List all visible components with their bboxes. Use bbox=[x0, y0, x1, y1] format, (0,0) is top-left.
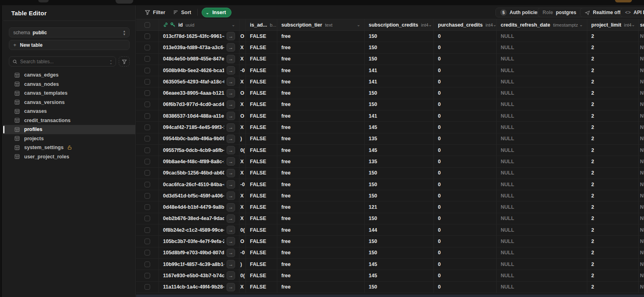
sidebar-table-item[interactable]: canvas_nodes bbox=[3, 80, 135, 89]
sidebar-table-item[interactable]: canvas_versions bbox=[3, 98, 135, 107]
row-checkbox[interactable] bbox=[144, 262, 150, 267]
purchased-credits-cell[interactable]: 0 bbox=[434, 190, 497, 201]
horizontal-scrollbar[interactable] bbox=[136, 295, 644, 297]
purchased-credits-cell[interactable]: 0 bbox=[434, 122, 497, 133]
id-cell[interactable]: 0d3d541d-bf5c-459f-a406-16b93... → bbox=[159, 190, 239, 201]
credits-refresh-date-cell[interactable]: NULL bbox=[497, 87, 587, 98]
credits-refresh-date-cell[interactable]: NULL bbox=[497, 201, 587, 212]
clipped-su-cell[interactable]: NU bbox=[639, 190, 644, 201]
project-limit-cell[interactable]: 2 bbox=[587, 179, 639, 190]
project-limit-cell[interactable]: 2 bbox=[587, 213, 639, 224]
row-checkbox[interactable] bbox=[144, 79, 150, 85]
clipped-su-cell[interactable]: NU bbox=[639, 65, 644, 76]
purchased-credits-cell[interactable]: 0 bbox=[434, 247, 497, 258]
subscription-credits-cell[interactable]: 135 bbox=[365, 133, 434, 144]
table-row[interactable]: 09544b0c-ba9b-496a-9b09-244... → ) FALSE… bbox=[136, 133, 644, 145]
filter-button[interactable]: Filter bbox=[145, 8, 165, 17]
table-row[interactable]: 0cac6fca-26cf-4510-84ba-c4580... → -0 FA… bbox=[136, 179, 644, 190]
credits-refresh-date-cell[interactable]: NULL bbox=[497, 65, 587, 76]
id-cell[interactable]: 11a114cb-1a4c-49f4-9b28-52219ec... → bbox=[159, 282, 239, 293]
column-header-credits-refresh-date[interactable]: credits_refresh_date timestamptz ⌄ bbox=[497, 19, 587, 30]
project-limit-cell[interactable]: 2 bbox=[587, 133, 639, 144]
purchased-credits-cell[interactable]: 0 bbox=[434, 213, 497, 224]
subscription-credits-cell[interactable]: 141 bbox=[365, 65, 434, 76]
purchased-credits-cell[interactable]: 0 bbox=[434, 224, 497, 235]
clipped-cell[interactable]: O bbox=[239, 87, 246, 98]
is-admin-cell[interactable]: FALSE bbox=[246, 259, 277, 270]
sidebar-table-item[interactable]: canvas_edges bbox=[3, 71, 135, 80]
clipped-cell[interactable]: X bbox=[239, 282, 246, 293]
table-row[interactable]: 1167e930-e5b0-43b7-b74c-788c9... → 0( FA… bbox=[136, 270, 644, 281]
row-checkbox[interactable] bbox=[144, 227, 150, 233]
subscription-credits-cell[interactable]: 150 bbox=[365, 87, 434, 98]
column-header-clipped-su[interactable]: su bbox=[639, 19, 644, 30]
subscription-tier-cell[interactable]: free bbox=[277, 224, 365, 235]
credits-refresh-date-cell[interactable]: NULL bbox=[497, 190, 587, 201]
table-row[interactable]: 105d8bf9-e703-49bd-807d-645e... → -0 FAL… bbox=[136, 247, 644, 259]
purchased-credits-cell[interactable]: 0 bbox=[434, 110, 497, 121]
is-admin-cell[interactable]: FALSE bbox=[246, 201, 277, 212]
table-row[interactable]: 105bc3b7-03fe-4e7f-9efa-21bb40... → O FA… bbox=[136, 236, 644, 247]
expand-row-button[interactable]: → bbox=[227, 135, 235, 143]
column-header-is-admin[interactable]: is_ad... b... ⌄ bbox=[246, 19, 277, 30]
expand-row-button[interactable]: → bbox=[227, 32, 235, 40]
auth-policies-button[interactable]: 5 Auth policies bbox=[495, 8, 545, 17]
subscription-credits-cell[interactable]: 150 bbox=[365, 168, 434, 179]
clipped-cell[interactable]: X bbox=[239, 42, 246, 53]
clipped-cell[interactable]: -0 bbox=[239, 247, 246, 258]
clipped-cell[interactable]: X bbox=[239, 156, 246, 167]
schema-select[interactable]: schema public ▴▾ bbox=[9, 27, 130, 37]
table-row[interactable]: 0508b94b-5ee2-4626-bca1-4bca... → -0 FAL… bbox=[136, 65, 644, 76]
realtime-toggle-button[interactable]: Realtime off bbox=[580, 8, 625, 17]
clipped-su-cell[interactable]: NU bbox=[639, 270, 644, 281]
insert-button[interactable]: ⌄ Insert bbox=[202, 8, 231, 17]
subscription-tier-cell[interactable]: free bbox=[277, 99, 365, 110]
table-row[interactable]: 11a114cb-1a4c-49f4-9b28-52219ec... → X F… bbox=[136, 282, 644, 293]
project-limit-cell[interactable]: 2 bbox=[587, 87, 639, 98]
subscription-credits-cell[interactable]: 150 bbox=[365, 213, 434, 224]
clipped-su-cell[interactable]: NU bbox=[639, 110, 644, 121]
clipped-cell[interactable]: X bbox=[239, 99, 246, 110]
purchased-credits-cell[interactable]: 0 bbox=[434, 54, 497, 64]
project-limit-cell[interactable]: 2 bbox=[587, 247, 639, 258]
purchased-credits-cell[interactable]: 0 bbox=[434, 133, 497, 144]
credits-refresh-date-cell[interactable]: NULL bbox=[497, 31, 587, 42]
subscription-tier-cell[interactable]: free bbox=[277, 145, 365, 156]
purchased-credits-cell[interactable]: 0 bbox=[434, 236, 497, 247]
credits-refresh-date-cell[interactable]: NULL bbox=[497, 122, 587, 133]
table-row[interactable]: 09b8ae4e-f48c-4f89-8a8c-1629b... → X FAL… bbox=[136, 156, 644, 167]
is-admin-cell[interactable]: FALSE bbox=[246, 236, 277, 247]
is-admin-cell[interactable]: FALSE bbox=[246, 76, 277, 87]
subscription-credits-cell[interactable]: 150 bbox=[365, 42, 434, 53]
row-checkbox[interactable] bbox=[144, 284, 150, 290]
table-row[interactable]: 09557f5a-0dcb-4cb9-a6fb-fff366... → 0( F… bbox=[136, 145, 644, 156]
clipped-su-cell[interactable]: NU bbox=[639, 87, 644, 98]
clipped-cell[interactable]: X bbox=[239, 168, 246, 179]
id-cell[interactable]: 013e039a-fd89-473a-a3c6-ccfa9... → bbox=[159, 42, 239, 53]
subscription-credits-cell[interactable]: 141 bbox=[365, 76, 434, 87]
table-row[interactable]: 094caf42-7185-4e45-99f3-14abee... → X FA… bbox=[136, 122, 644, 133]
expand-row-button[interactable]: → bbox=[227, 237, 235, 245]
is-admin-cell[interactable]: FALSE bbox=[246, 133, 277, 144]
credits-refresh-date-cell[interactable]: NULL bbox=[497, 42, 587, 53]
subscription-tier-cell[interactable]: free bbox=[277, 87, 365, 98]
clipped-su-cell[interactable]: NU bbox=[639, 76, 644, 87]
table-row[interactable]: 013e039a-fd89-473a-a3c6-ccfa9... → X FAL… bbox=[136, 42, 644, 53]
row-checkbox[interactable] bbox=[144, 90, 150, 96]
project-limit-cell[interactable]: 2 bbox=[587, 99, 639, 110]
clipped-su-cell[interactable]: NU bbox=[639, 168, 644, 179]
search-tables-input[interactable]: Search tables... ⌄⌄ bbox=[9, 56, 116, 66]
id-cell[interactable]: 063505e5-4293-4faf-a18c-0e65b... → bbox=[159, 76, 239, 87]
clipped-su-cell[interactable]: NU bbox=[639, 236, 644, 247]
row-checkbox[interactable] bbox=[144, 193, 150, 199]
expand-row-button[interactable]: → bbox=[227, 260, 235, 268]
purchased-credits-cell[interactable]: 0 bbox=[434, 65, 497, 76]
credits-refresh-date-cell[interactable]: NULL bbox=[497, 236, 587, 247]
is-admin-cell[interactable]: FALSE bbox=[246, 31, 277, 42]
project-limit-cell[interactable]: 2 bbox=[587, 224, 639, 235]
subscription-credits-cell[interactable]: 145 bbox=[365, 259, 434, 270]
expand-row-button[interactable]: → bbox=[227, 169, 235, 177]
subscription-credits-cell[interactable]: 150 bbox=[365, 31, 434, 42]
project-limit-cell[interactable]: 2 bbox=[587, 54, 639, 64]
subscription-tier-cell[interactable]: free bbox=[277, 236, 365, 247]
